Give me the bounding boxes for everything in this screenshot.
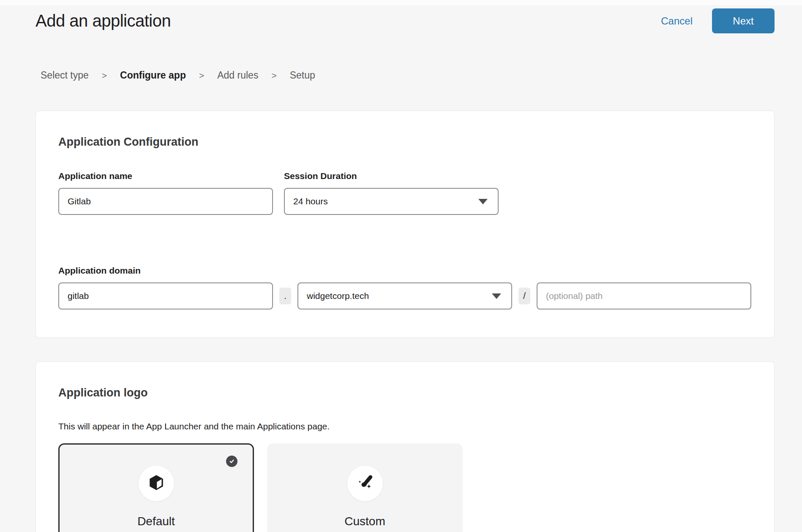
logo-heading: Application logo bbox=[58, 386, 752, 399]
session-duration-label: Session Duration bbox=[284, 171, 499, 181]
logo-option-label: Custom bbox=[268, 515, 461, 528]
default-logo-circle bbox=[139, 466, 174, 501]
top-strip bbox=[0, 0, 802, 5]
logo-description: This will appear in the App Launcher and… bbox=[58, 421, 752, 432]
logo-option-tiles: Default Custom bbox=[58, 443, 752, 532]
breadcrumb-separator: > bbox=[102, 71, 107, 81]
dropdown-arrow-icon bbox=[492, 293, 501, 299]
logo-option-default[interactable]: Default bbox=[58, 443, 254, 532]
application-name-input[interactable] bbox=[58, 188, 273, 215]
logo-option-label: Default bbox=[60, 515, 253, 528]
application-domain-label: Application domain bbox=[58, 266, 752, 276]
custom-logo-circle bbox=[347, 466, 383, 501]
paintbrush-icon bbox=[356, 474, 374, 493]
page-header: Add an application Cancel Next bbox=[35, 8, 775, 33]
logo-option-custom[interactable]: Custom bbox=[267, 443, 463, 532]
domain-select[interactable]: widgetcorp.tech bbox=[297, 282, 512, 309]
page-title: Add an application bbox=[35, 11, 171, 30]
domain-select-value: widgetcorp.tech bbox=[307, 291, 369, 301]
application-configuration-card: Application Configuration Application na… bbox=[35, 111, 775, 338]
slash-separator: / bbox=[518, 288, 530, 304]
configuration-heading: Application Configuration bbox=[58, 136, 752, 149]
name-session-row: Application name Session Duration 24 hou… bbox=[58, 171, 752, 215]
breadcrumb-separator: > bbox=[271, 71, 276, 81]
breadcrumb-step-configure-app[interactable]: Configure app bbox=[120, 70, 186, 81]
application-name-field-group: Application name bbox=[58, 171, 273, 215]
application-name-label: Application name bbox=[58, 171, 273, 181]
path-input[interactable] bbox=[537, 282, 751, 309]
cube-icon bbox=[147, 474, 165, 493]
application-domain-row: . widgetcorp.tech / bbox=[58, 282, 752, 309]
dot-separator: . bbox=[279, 288, 291, 304]
application-logo-card: Application logo This will appear in the… bbox=[35, 361, 775, 532]
cancel-button[interactable]: Cancel bbox=[661, 15, 693, 27]
session-duration-select[interactable]: 24 hours bbox=[284, 188, 499, 215]
breadcrumb-step-setup[interactable]: Setup bbox=[290, 70, 315, 81]
subdomain-input[interactable] bbox=[58, 282, 273, 309]
breadcrumb: Select type > Configure app > Add rules … bbox=[41, 70, 802, 81]
session-duration-field-group: Session Duration 24 hours bbox=[284, 171, 499, 215]
session-duration-value: 24 hours bbox=[293, 196, 328, 206]
breadcrumb-step-select-type[interactable]: Select type bbox=[41, 70, 89, 81]
next-button[interactable]: Next bbox=[712, 8, 775, 33]
check-icon bbox=[226, 456, 237, 467]
dropdown-arrow-icon bbox=[478, 199, 488, 204]
header-actions: Cancel Next bbox=[661, 8, 775, 33]
breadcrumb-separator: > bbox=[199, 71, 204, 81]
breadcrumb-step-add-rules[interactable]: Add rules bbox=[217, 70, 258, 81]
